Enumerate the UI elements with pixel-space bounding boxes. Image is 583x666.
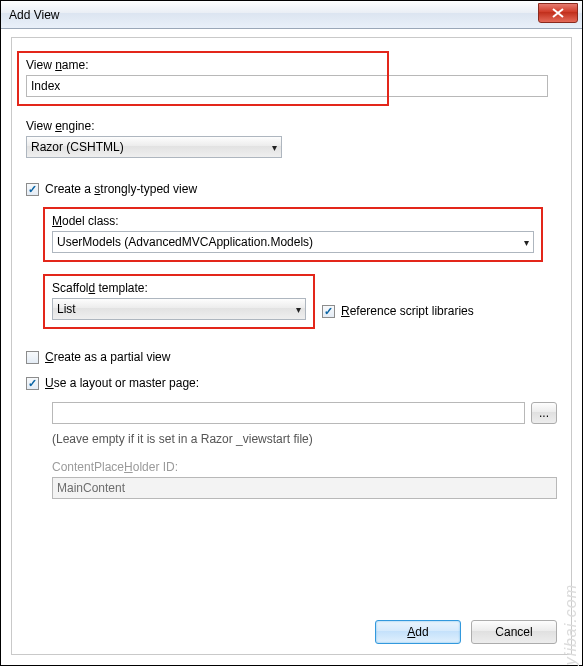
scaffold-select[interactable]: List ▾	[52, 298, 306, 320]
close-button[interactable]	[538, 3, 578, 23]
view-engine-label: View engine:	[26, 119, 557, 133]
dialog-window: Add View View name: View engine: Razor (…	[0, 0, 583, 666]
chevron-down-icon: ▾	[272, 142, 277, 153]
scaffold-label: Scaffold template:	[52, 281, 306, 295]
view-name-input[interactable]	[26, 75, 548, 97]
title-bar: Add View	[1, 1, 582, 29]
view-engine-group: View engine: Razor (CSHTML) ▾	[26, 119, 557, 158]
layout-details: ... (Leave empty if it is set in a Razor…	[52, 402, 557, 499]
ref-scripts-row[interactable]: Reference script libraries	[322, 304, 474, 318]
partial-view-label: Create as a partial view	[45, 350, 170, 364]
view-name-group: View name:	[18, 52, 388, 105]
ref-scripts-checkbox[interactable]	[322, 305, 335, 318]
layout-help-text: (Leave empty if it is set in a Razor _vi…	[52, 432, 557, 446]
view-engine-select[interactable]: Razor (CSHTML) ▾	[26, 136, 282, 158]
window-buttons	[538, 1, 578, 28]
close-icon	[552, 8, 564, 18]
chevron-down-icon: ▾	[524, 237, 529, 248]
model-class-group: Model class: UserModels (AdvancedMVCAppl…	[44, 208, 542, 261]
cancel-button[interactable]: Cancel	[471, 620, 557, 644]
watermark: yiibai.com	[562, 584, 580, 665]
layout-label: Use a layout or master page:	[45, 376, 199, 390]
chevron-down-icon: ▾	[296, 304, 301, 315]
browse-button[interactable]: ...	[531, 402, 557, 424]
model-class-select[interactable]: UserModels (AdvancedMVCApplication.Model…	[52, 231, 534, 253]
scaffold-value: List	[57, 302, 76, 316]
placeholder-input	[52, 477, 557, 499]
model-class-label: Model class:	[52, 214, 534, 228]
scaffold-group: Scaffold template: List ▾	[44, 275, 314, 328]
layout-row[interactable]: Use a layout or master page:	[26, 376, 557, 390]
layout-checkbox[interactable]	[26, 377, 39, 390]
view-engine-value: Razor (CSHTML)	[31, 140, 124, 154]
strongly-typed-checkbox[interactable]	[26, 183, 39, 196]
add-button[interactable]: Add	[375, 620, 461, 644]
dialog-footer: Add Cancel	[375, 620, 557, 644]
partial-view-row[interactable]: Create as a partial view	[26, 350, 557, 364]
strongly-typed-checkbox-row[interactable]: Create a strongly-typed view	[26, 182, 557, 196]
placeholder-label: ContentPlaceHolder ID:	[52, 460, 557, 474]
partial-view-checkbox[interactable]	[26, 351, 39, 364]
window-title: Add View	[9, 8, 538, 22]
model-class-value: UserModels (AdvancedMVCApplication.Model…	[57, 235, 313, 249]
strongly-typed-label: Create a strongly-typed view	[45, 182, 197, 196]
layout-path-input[interactable]	[52, 402, 525, 424]
view-name-label: View name:	[26, 58, 380, 72]
dialog-content: View name: View engine: Razor (CSHTML) ▾…	[11, 37, 572, 655]
ref-scripts-label: Reference script libraries	[341, 304, 474, 318]
